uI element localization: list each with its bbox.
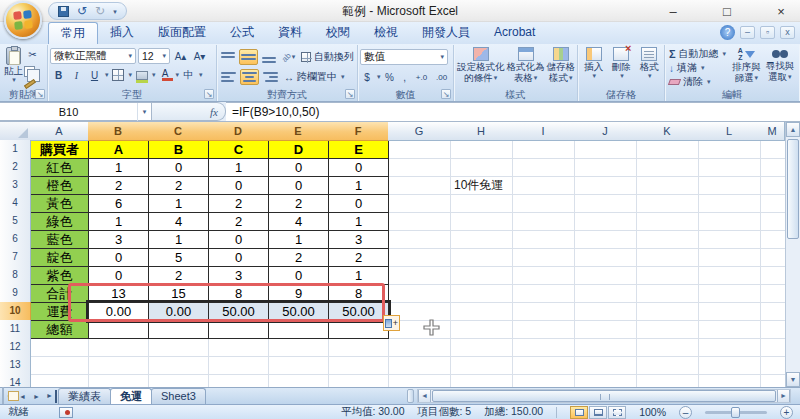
align-middle-button[interactable] — [239, 49, 257, 65]
cell-F3[interactable]: 1 — [328, 176, 389, 195]
decrease-decimal-button[interactable]: .00 — [433, 69, 451, 85]
formula-input[interactable]: =IF(B9>10,0,50) — [226, 102, 800, 121]
cell-F4[interactable]: 0 — [328, 194, 389, 213]
cell-E4[interactable]: 2 — [268, 194, 329, 213]
scroll-right-icon[interactable]: ► — [777, 390, 790, 402]
vertical-scroll-thumb[interactable] — [787, 139, 799, 239]
undo-icon[interactable]: ↺ — [77, 5, 87, 17]
zoom-in-button[interactable]: + — [780, 406, 793, 419]
cell-D4[interactable]: 2 — [208, 194, 269, 213]
cell-A3[interactable]: 橙色 — [30, 176, 89, 195]
font-color-dropdown-icon[interactable]: ▾ — [176, 71, 180, 79]
cell-D3[interactable]: 0 — [208, 176, 269, 195]
cell-E2[interactable]: 0 — [268, 158, 329, 177]
orientation-button[interactable]: ab▾ — [280, 49, 297, 65]
cell-A7[interactable]: 靛色 — [30, 248, 89, 267]
horizontal-scroll-thumb[interactable] — [432, 390, 776, 402]
column-header-H[interactable]: H — [450, 122, 513, 141]
vertical-scrollbar[interactable]: ▲ ▼ — [785, 122, 800, 387]
column-header-J[interactable]: J — [574, 122, 637, 141]
qat-customize-icon[interactable]: ▾ — [113, 8, 117, 15]
align-center-button[interactable] — [240, 69, 259, 85]
column-header-A[interactable]: A — [30, 122, 89, 141]
sheet-tab-2[interactable]: Sheet3 — [151, 388, 206, 404]
row-header-13[interactable]: 13 — [0, 356, 31, 375]
align-top-button[interactable] — [219, 49, 237, 65]
ribbon-tab-4[interactable]: 資料 — [266, 22, 314, 44]
cell-E3[interactable]: 0 — [268, 176, 329, 195]
ribbon-tab-8[interactable]: Acrobat — [482, 22, 547, 44]
align-left-button[interactable] — [219, 69, 238, 85]
row-header-6[interactable]: 6 — [0, 230, 31, 249]
bold-button[interactable]: B — [50, 67, 67, 83]
name-box-dropdown-icon[interactable]: ▾ — [137, 103, 151, 121]
sheet-tab-0[interactable]: 業績表 — [58, 388, 111, 404]
paste-button[interactable]: 貼上 ▾ — [3, 46, 24, 88]
cell-E7[interactable]: 2 — [268, 248, 329, 267]
column-header-F[interactable]: F — [328, 122, 389, 141]
find-select-button[interactable]: 尋找與 選取▾ — [765, 46, 796, 88]
normal-view-button[interactable] — [570, 406, 588, 419]
ribbon-tab-7[interactable]: 開發人員 — [410, 22, 482, 44]
cell-C2[interactable]: 0 — [148, 158, 209, 177]
cell-C6[interactable]: 1 — [148, 230, 209, 249]
record-macro-icon[interactable] — [59, 407, 73, 418]
comma-format-button[interactable]: , — [399, 69, 411, 85]
number-dialog-launcher-icon[interactable]: ↘ — [441, 89, 451, 99]
number-format-combo[interactable]: 數值▾ — [360, 49, 448, 65]
office-button[interactable] — [4, 1, 42, 39]
row-header-2[interactable]: 2 — [0, 158, 31, 177]
cell-D5[interactable]: 2 — [208, 212, 269, 231]
save-icon[interactable] — [58, 6, 69, 17]
conditional-formatting-button[interactable]: 設定格式化 的條件▾ — [456, 46, 506, 88]
delete-cells-button[interactable]: 刪除 ▾ — [611, 46, 632, 88]
column-header-G[interactable]: G — [388, 122, 451, 141]
sort-filter-button[interactable]: AZ 排序與 篩選▾ — [731, 46, 762, 88]
cell-B7[interactable]: 0 — [88, 248, 149, 267]
cell-B5[interactable]: 1 — [88, 212, 149, 231]
doc-close-button[interactable]: x — [780, 26, 795, 39]
shrink-font-button[interactable]: A▾ — [191, 48, 208, 64]
zoom-slider[interactable] — [705, 411, 767, 414]
cell-A2[interactable]: 紅色 — [30, 158, 89, 177]
column-header-L[interactable]: L — [698, 122, 761, 141]
cell-F2[interactable]: 0 — [328, 158, 389, 177]
currency-dropdown-icon[interactable]: ▾ — [377, 73, 381, 81]
increase-decimal-button[interactable]: +.0 — [413, 69, 431, 85]
column-header-D[interactable]: D — [208, 122, 269, 141]
zoom-slider-thumb[interactable] — [731, 407, 740, 418]
italic-button[interactable]: I — [68, 67, 85, 83]
borders-button[interactable] — [110, 67, 127, 83]
cell-C4[interactable]: 1 — [148, 194, 209, 213]
next-sheet-icon[interactable]: ► — [30, 390, 43, 403]
insert-worksheet-button[interactable] — [2, 387, 4, 405]
row-header-1[interactable]: 1 — [0, 140, 31, 159]
row-header-12[interactable]: 12 — [0, 338, 31, 357]
last-sheet-icon[interactable]: ► — [44, 390, 57, 403]
cell-F5[interactable]: 1 — [328, 212, 389, 231]
autosum-button[interactable]: Σ 自動加總 ▾ — [667, 47, 728, 61]
borders-dropdown-icon[interactable]: ▾ — [129, 71, 133, 79]
cell-C7[interactable]: 5 — [148, 248, 209, 267]
cell-F7[interactable]: 2 — [328, 248, 389, 267]
maximize-button[interactable]: □ — [718, 4, 736, 19]
row-header-9[interactable]: 9 — [0, 284, 31, 303]
redo-icon[interactable]: ↻ — [95, 5, 105, 17]
doc-restore-button[interactable]: ▫ — [760, 26, 775, 39]
autofill-options-button[interactable]: + — [383, 315, 400, 331]
font-size-combo[interactable]: 12▾ — [138, 48, 170, 64]
row-header-10[interactable]: 10 — [0, 302, 31, 321]
cell-A4[interactable]: 黃色 — [30, 194, 89, 213]
clear-button[interactable]: 清除 ▾ — [667, 75, 728, 89]
cell-A11[interactable]: 總額 — [30, 320, 89, 339]
insert-function-button[interactable]: fx — [152, 102, 226, 121]
column-header-E[interactable]: E — [268, 122, 329, 141]
cell-styles-button[interactable]: 儲存格 樣式▾ — [546, 46, 577, 88]
cell-A6[interactable]: 藍色 — [30, 230, 89, 249]
copy-icon[interactable] — [24, 66, 35, 77]
row-header-3[interactable]: 3 — [0, 176, 31, 195]
cell-F1[interactable]: E — [328, 140, 389, 159]
fill-color-button[interactable] — [133, 67, 150, 83]
align-bottom-button[interactable] — [260, 49, 278, 65]
tab-split-handle[interactable] — [407, 389, 414, 403]
